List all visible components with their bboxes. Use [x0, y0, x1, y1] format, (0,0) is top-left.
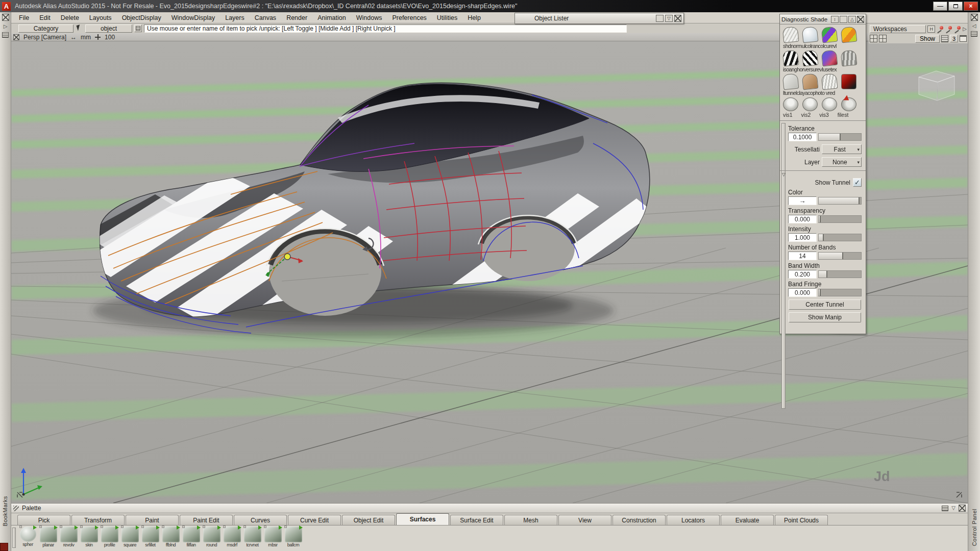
tab-surface-edit[interactable]: Surface Edit — [450, 515, 503, 525]
shader-hor-icon[interactable] — [802, 50, 819, 67]
diag-close-icon[interactable] — [857, 16, 864, 23]
band-fringe-field[interactable]: 0.000 — [788, 288, 817, 297]
window-titlebar[interactable]: A Autodesk Alias AutoStudio 2015 - Not F… — [0, 0, 980, 12]
tool-ballcrn[interactable]: ballcrn — [284, 527, 303, 547]
section-collapse-icon[interactable]: ▽ — [782, 172, 786, 177]
control-panel-strip-label[interactable]: Control Panel — [971, 509, 977, 546]
left-strip-expand-icon[interactable]: ▷ — [4, 24, 8, 29]
tab-object-edit[interactable]: Object Edit — [342, 515, 395, 525]
tessellation-dropdown[interactable]: Fast▾ — [822, 144, 862, 154]
tool-srfillet[interactable]: srfillet — [141, 527, 160, 547]
tab-view[interactable]: View — [558, 515, 611, 525]
tab-pick[interactable]: Pick — [17, 515, 70, 525]
tool-msdrf[interactable]: msdrf — [223, 527, 241, 547]
menu-edit[interactable]: Edit — [35, 13, 55, 22]
shader-isoang-icon[interactable] — [782, 50, 799, 67]
menu-render[interactable]: Render — [282, 13, 312, 22]
palette-resize-icon[interactable] — [13, 506, 19, 511]
menu-windows[interactable]: Windows — [352, 13, 387, 22]
workspaces-expand-icon[interactable]: ▷ — [963, 27, 967, 32]
tool-planar[interactable]: planar — [39, 527, 58, 547]
palette-close-icon[interactable] — [959, 505, 966, 512]
bands-slider[interactable] — [818, 252, 862, 260]
tool-round[interactable]: round — [202, 527, 221, 547]
workspaces-button[interactable]: Workspaces — [870, 25, 926, 33]
diag-dock-icon[interactable]: ↕ — [831, 16, 839, 23]
shader-norm-icon[interactable] — [802, 27, 819, 43]
menu-utilities[interactable]: Utilities — [432, 13, 462, 22]
restore-button[interactable] — [948, 2, 963, 11]
palette-menu-icon[interactable] — [942, 506, 948, 511]
minimize-button[interactable]: — — [933, 2, 947, 11]
workspace-pin1-icon[interactable] — [937, 26, 944, 33]
viewport-close-icon[interactable] — [13, 34, 19, 40]
bands-field[interactable]: 14 — [788, 252, 817, 260]
object-button[interactable]: object — [85, 24, 132, 33]
center-tunnel-button[interactable]: Center Tunnel — [789, 299, 861, 310]
tool-square[interactable]: square — [120, 527, 139, 547]
tolerance-field[interactable]: 0.1000 — [788, 133, 817, 141]
tab-mesh[interactable]: Mesh — [504, 515, 557, 525]
shader-ver-icon[interactable] — [821, 50, 838, 67]
tool-mbsr[interactable]: mbsr — [263, 527, 282, 547]
palette-collapse-icon[interactable]: ▽ — [951, 506, 955, 511]
palette-titlebar[interactable]: Palette ▽ — [11, 504, 968, 513]
tab-curves[interactable]: Curves — [234, 515, 287, 525]
prompt-history-icon[interactable] — [134, 24, 142, 32]
tab-transform[interactable]: Transform — [71, 515, 125, 525]
show-button[interactable]: Show — [915, 35, 940, 43]
tool-tcrvnet[interactable]: tcrvnet — [243, 527, 262, 547]
intensity-slider[interactable] — [818, 234, 862, 241]
tolerance-slider[interactable] — [818, 133, 862, 141]
layout-grid-icon[interactable] — [870, 35, 877, 42]
shader-surevl-icon[interactable] — [841, 50, 857, 67]
category-button[interactable]: Category — [18, 24, 74, 33]
layout-quad-icon[interactable] — [879, 35, 887, 42]
band-width-slider[interactable] — [818, 270, 862, 278]
viewport-count-button[interactable]: 3 — [950, 35, 958, 42]
menu-objectdisplay[interactable]: ObjectDisplay — [117, 13, 166, 22]
band-width-field[interactable]: 0.200 — [788, 270, 817, 279]
workspace-pin2-icon[interactable] — [945, 26, 952, 33]
band-fringe-slider[interactable] — [818, 289, 862, 296]
object-lister-pin-icon[interactable] — [656, 15, 664, 22]
show-tunnel-checkbox[interactable]: ✓ — [853, 178, 862, 187]
transparency-field[interactable]: 0.000 — [788, 215, 817, 223]
menu-layers[interactable]: Layers — [220, 13, 249, 22]
object-lister-close-icon[interactable] — [674, 15, 681, 22]
menu-help[interactable]: Help — [463, 13, 485, 22]
shader-vis2-icon[interactable] — [802, 97, 818, 111]
menu-file[interactable]: File — [14, 13, 34, 22]
shader-vis3-icon[interactable] — [822, 97, 837, 111]
viewport-camera-label[interactable]: Persp [Camera] — [23, 34, 66, 41]
left-strip-close-icon[interactable] — [2, 14, 9, 21]
right-strip-close-icon[interactable] — [971, 14, 978, 21]
viewport-units-label[interactable]: mm — [81, 34, 91, 41]
right-strip-collapse-icon[interactable]: ◁ — [972, 23, 976, 29]
intensity-field[interactable]: 1.000 — [788, 233, 817, 242]
tab-point-clouds[interactable]: Point Clouds — [775, 515, 828, 525]
diag-collapse-icon[interactable]: △ — [848, 16, 856, 23]
stripe-display-icon[interactable] — [941, 35, 948, 42]
workspace-h-icon[interactable]: H — [927, 26, 935, 33]
right-strip-menu-icon[interactable] — [971, 31, 977, 37]
diagnostic-shading-titlebar[interactable]: Diagnostic Shade ↕ △ — [780, 14, 866, 24]
single-window-icon[interactable] — [960, 35, 967, 42]
tab-locators[interactable]: Locators — [667, 515, 720, 525]
show-manip-button[interactable]: Show Manip — [789, 312, 861, 322]
shader-clay-icon[interactable] — [802, 73, 819, 90]
shader-ltunnel-icon[interactable] — [782, 73, 799, 90]
left-strip-menu-icon[interactable] — [2, 32, 9, 38]
menu-animation[interactable]: Animation — [313, 13, 351, 22]
shader-mulcol-icon[interactable] — [821, 27, 838, 43]
object-lister-window[interactable]: Object Lister ▽ — [514, 13, 684, 24]
color-slider[interactable] — [818, 197, 862, 205]
transparency-slider[interactable] — [818, 215, 862, 223]
color-map-button[interactable]: → — [788, 196, 817, 205]
shader-shd-icon[interactable] — [782, 27, 799, 43]
menu-canvas[interactable]: Canvas — [250, 13, 281, 22]
bookmarks-strip-label[interactable]: BookMarks — [2, 496, 8, 527]
tab-curve-edit[interactable]: Curve Edit — [288, 515, 341, 525]
menu-layouts[interactable]: Layouts — [85, 13, 116, 22]
tool-filflan[interactable]: filflan — [182, 527, 201, 547]
